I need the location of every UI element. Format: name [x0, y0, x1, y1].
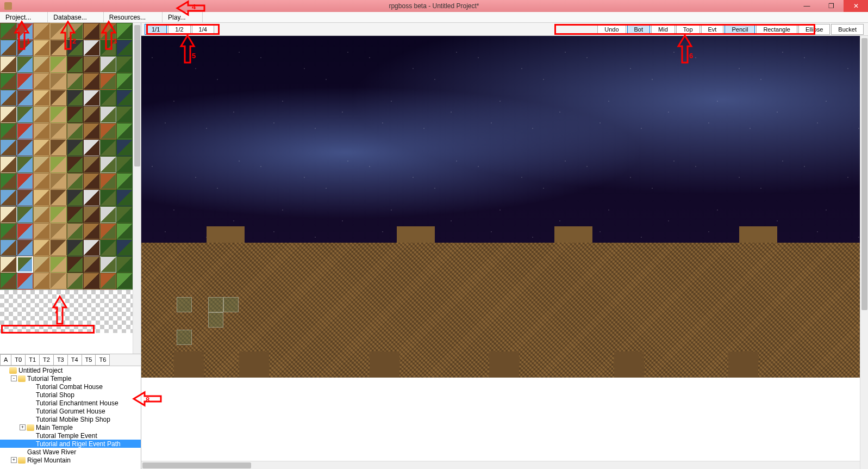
palette-tile[interactable] — [0, 256, 17, 273]
palette-tile[interactable] — [67, 239, 84, 256]
palette-tile[interactable] — [0, 273, 17, 289]
palette-tile[interactable] — [100, 123, 117, 140]
palette-tile[interactable] — [50, 189, 67, 206]
palette-tile[interactable] — [33, 189, 50, 206]
tileset-tab-t0[interactable]: T0 — [11, 354, 26, 366]
palette-tile[interactable] — [17, 273, 34, 289]
palette-tile[interactable] — [100, 189, 117, 206]
palette-tile[interactable] — [50, 256, 67, 273]
canvas-h-scrollbar[interactable] — [141, 461, 860, 469]
tree-item[interactable]: Tutoral Temple Event — [0, 431, 141, 440]
tileset-tab-t1[interactable]: T1 — [25, 354, 40, 366]
layer-mid-button[interactable]: Mid — [651, 24, 675, 35]
tree-item[interactable]: Tutorial Shop — [0, 391, 141, 399]
map-event-marker[interactable] — [208, 312, 223, 328]
palette-tile[interactable] — [83, 139, 100, 156]
palette-tile[interactable] — [116, 239, 133, 256]
tileset-tab-t4[interactable]: T4 — [67, 354, 82, 366]
palette-tile[interactable] — [67, 73, 84, 90]
palette-tile[interactable] — [83, 123, 100, 140]
menu-project[interactable]: Project... — [0, 12, 48, 22]
palette-tile[interactable] — [83, 73, 100, 90]
palette-tile[interactable] — [50, 139, 67, 156]
palette-tile[interactable] — [100, 173, 117, 190]
palette-tile[interactable] — [50, 123, 67, 140]
tileset-tab-t2[interactable]: T2 — [39, 354, 54, 366]
palette-tile[interactable] — [67, 56, 84, 73]
palette-tile[interactable] — [17, 90, 34, 107]
window-minimize-button[interactable]: — — [795, 0, 819, 12]
tree-item[interactable]: Gast Wave River — [0, 448, 141, 456]
palette-tile[interactable] — [83, 156, 100, 173]
palette-tile[interactable] — [116, 139, 133, 156]
palette-tile[interactable] — [100, 273, 117, 289]
palette-tile[interactable] — [50, 40, 67, 57]
tree-item[interactable]: Tutorial and Rigel Event Path — [0, 440, 141, 448]
palette-tile[interactable] — [50, 156, 67, 173]
palette-tile[interactable] — [116, 206, 133, 223]
palette-tile[interactable] — [33, 273, 50, 289]
palette-tile[interactable] — [50, 90, 67, 107]
palette-tile[interactable] — [83, 223, 100, 240]
tree-item[interactable]: Tutorial Combat House — [0, 382, 141, 391]
palette-tile[interactable] — [17, 256, 34, 273]
palette-tile[interactable] — [0, 73, 17, 90]
palette-tile[interactable] — [116, 256, 133, 273]
palette-tile[interactable] — [67, 223, 84, 240]
palette-tile[interactable] — [116, 273, 133, 289]
palette-tile[interactable] — [17, 206, 34, 223]
palette-tile[interactable] — [100, 156, 117, 173]
palette-tile[interactable] — [83, 56, 100, 73]
palette-tile[interactable] — [17, 56, 34, 73]
palette-tile[interactable] — [33, 206, 50, 223]
palette-tile[interactable] — [0, 189, 17, 206]
palette-tile[interactable] — [100, 73, 117, 90]
palette-scrollbar[interactable] — [133, 23, 141, 354]
tree-item[interactable]: +Rigel Mountain — [0, 456, 141, 464]
palette-tile[interactable] — [17, 23, 34, 40]
menu-resources[interactable]: Resources... — [104, 12, 163, 22]
tree-item[interactable]: Tutorial Enchantment House — [0, 399, 141, 407]
palette-tile[interactable] — [33, 90, 50, 107]
palette-tile[interactable] — [67, 123, 84, 140]
palette-tile[interactable] — [100, 139, 117, 156]
palette-tile[interactable] — [33, 56, 50, 73]
palette-tile[interactable] — [0, 223, 17, 240]
palette-tile[interactable] — [100, 206, 117, 223]
palette-tile[interactable] — [100, 223, 117, 240]
palette-tile[interactable] — [67, 206, 84, 223]
map-event-marker[interactable] — [223, 297, 239, 312]
palette-tile[interactable] — [33, 73, 50, 90]
palette-tile[interactable] — [116, 73, 133, 90]
palette-tile[interactable] — [33, 23, 50, 40]
palette-tile[interactable] — [116, 156, 133, 173]
tree-item[interactable]: Tutorial Mobile Ship Shop — [0, 415, 141, 423]
tree-item[interactable]: Untitled Project — [0, 366, 141, 374]
palette-tile[interactable] — [67, 173, 84, 190]
window-maximize-button[interactable]: ❐ — [819, 0, 844, 12]
canvas-v-scrollbar[interactable] — [860, 36, 868, 469]
palette-tile[interactable] — [116, 223, 133, 240]
palette-tile[interactable] — [0, 206, 17, 223]
tool-ellipse-button[interactable]: Ellipse — [798, 24, 830, 35]
palette-tile[interactable] — [67, 256, 84, 273]
zoom-1-2[interactable]: 1/2 — [168, 24, 190, 35]
palette-tile[interactable] — [83, 256, 100, 273]
palette-tile[interactable] — [33, 156, 50, 173]
palette-tile[interactable] — [67, 106, 84, 123]
palette-tile[interactable] — [116, 56, 133, 73]
palette-tile[interactable] — [17, 106, 34, 123]
palette-tile[interactable] — [100, 239, 117, 256]
layer-bot-button[interactable]: Bot — [627, 24, 651, 35]
layer-top-button[interactable]: Top — [676, 24, 700, 35]
palette-tile[interactable] — [33, 106, 50, 123]
palette-tile[interactable] — [33, 123, 50, 140]
palette-tile[interactable] — [116, 40, 133, 57]
palette-tile[interactable] — [83, 273, 100, 289]
palette-tile[interactable] — [33, 139, 50, 156]
palette-tile[interactable] — [116, 23, 133, 40]
palette-tile[interactable] — [116, 90, 133, 107]
menu-database[interactable]: Database... — [48, 12, 103, 22]
palette-tile[interactable] — [116, 173, 133, 190]
palette-tile[interactable] — [100, 106, 117, 123]
